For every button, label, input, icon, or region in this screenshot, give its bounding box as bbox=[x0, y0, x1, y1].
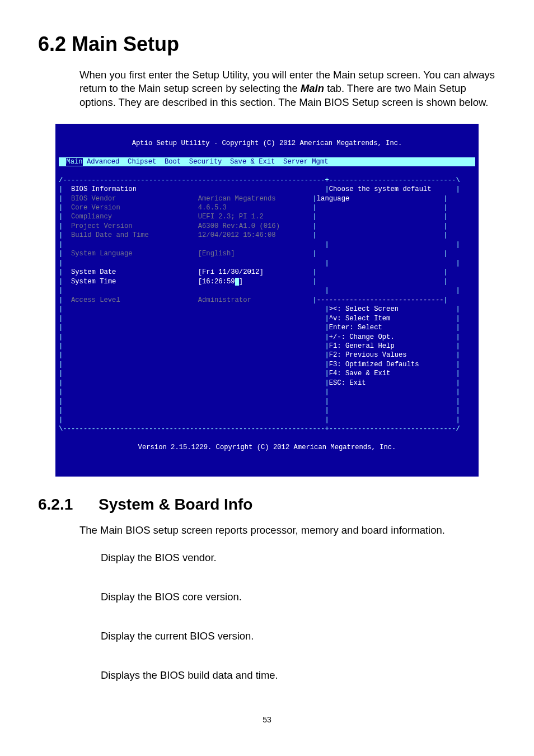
time-cursor: _ bbox=[235, 278, 239, 286]
section-heading: 6.2 Main Setup bbox=[38, 32, 496, 56]
bios-screenshot: Aptio Setup Utility - Copyright (C) 2012… bbox=[55, 124, 479, 476]
tab-security[interactable]: Security bbox=[189, 158, 222, 166]
main-tab-ref: Main bbox=[301, 82, 324, 94]
tab-advanced[interactable]: Advanced bbox=[87, 158, 120, 166]
tab-chipset[interactable]: Chipset bbox=[128, 158, 156, 166]
section-intro: When you first enter the Setup Utility, … bbox=[79, 68, 496, 109]
lang-label: System Language bbox=[71, 250, 133, 258]
page-number: 53 bbox=[38, 715, 496, 724]
bios-footer: Version 2.15.1229. Copyright (C) 2012 Am… bbox=[59, 443, 475, 452]
desc-item-3: Displays the BIOS build data and time. bbox=[101, 669, 496, 682]
build-label: Build Date and Time bbox=[71, 231, 149, 239]
help-key-0: ><: Select Screen bbox=[329, 305, 399, 313]
tab-server-mgmt[interactable]: Server Mgmt bbox=[283, 158, 328, 166]
access-label: Access Level bbox=[71, 296, 120, 304]
proj-label: Project Version bbox=[71, 222, 133, 230]
core-label: Core Version bbox=[71, 204, 120, 212]
desc-item-0: Display the BIOS vendor. bbox=[101, 552, 496, 564]
time-label: System Time bbox=[71, 278, 116, 286]
bios-body: /---------------------------------------… bbox=[59, 176, 475, 434]
help-key-3: +/-: Change Opt. bbox=[329, 333, 395, 341]
bios-header: Aptio Setup Utility - Copyright (C) 2012… bbox=[59, 139, 475, 148]
border-top: /---------------------------------------… bbox=[59, 176, 460, 184]
help-key-1: ^v: Select Item bbox=[329, 315, 391, 323]
desc-item-1: Display the BIOS core version. bbox=[101, 591, 496, 603]
comp-label: Compliancy bbox=[71, 213, 112, 221]
vendor-value: American Megatrends bbox=[198, 195, 276, 203]
access-value: Administrator bbox=[198, 296, 251, 304]
date-value[interactable]: [Fri 11/30/2012] bbox=[198, 268, 264, 276]
border-bottom: \---------------------------------------… bbox=[59, 425, 460, 433]
help-line2: language bbox=[317, 195, 350, 203]
vendor-label: BIOS Vendor bbox=[71, 195, 116, 203]
help-key-7: F4: Save & Exit bbox=[329, 370, 391, 377]
help-key-5: F2: Previous Values bbox=[329, 351, 407, 359]
comp-value: UEFI 2.3; PI 1.2 bbox=[198, 213, 264, 221]
build-value: 12/04/2012 15:46:08 bbox=[198, 231, 276, 239]
desc-item-2: Display the current BIOS version. bbox=[101, 630, 496, 642]
help-key-8: ESC: Exit bbox=[329, 379, 366, 387]
help-line1: Choose the system default bbox=[329, 185, 432, 193]
date-label: System Date bbox=[71, 268, 116, 276]
help-key-4: F1: General Help bbox=[329, 342, 395, 350]
bios-info-label: BIOS Information bbox=[71, 185, 137, 193]
core-value: 4.6.5.3 bbox=[198, 204, 227, 212]
time-close: ] bbox=[239, 278, 243, 286]
help-key-6: F3: Optimized Defaults bbox=[329, 361, 419, 368]
tab-boot[interactable]: Boot bbox=[165, 158, 181, 166]
subsection-intro: The Main BIOS setup screen reports proce… bbox=[79, 524, 496, 537]
help-key-2: Enter: Select bbox=[329, 324, 382, 332]
tab-main[interactable]: Main bbox=[66, 158, 82, 166]
tab-save-exit[interactable]: Save & Exit bbox=[230, 158, 275, 166]
help-divider: ------------------------------- bbox=[317, 296, 444, 304]
subsection-title-text: System & Board Info bbox=[99, 496, 252, 513]
subsection-heading: 6.2.1System & Board Info bbox=[38, 496, 496, 514]
bios-menubar: Main Advanced Chipset Boot Security Save… bbox=[59, 157, 475, 166]
subsection-number: 6.2.1 bbox=[38, 496, 99, 514]
proj-value: A6300 Rev:A1.0 (016) bbox=[198, 222, 280, 230]
section-number: 6.2 bbox=[38, 32, 66, 55]
time-value[interactable]: [16:26:59 bbox=[198, 278, 235, 286]
lang-value[interactable]: [English] bbox=[198, 250, 235, 258]
section-title-text: Main Setup bbox=[72, 32, 179, 55]
